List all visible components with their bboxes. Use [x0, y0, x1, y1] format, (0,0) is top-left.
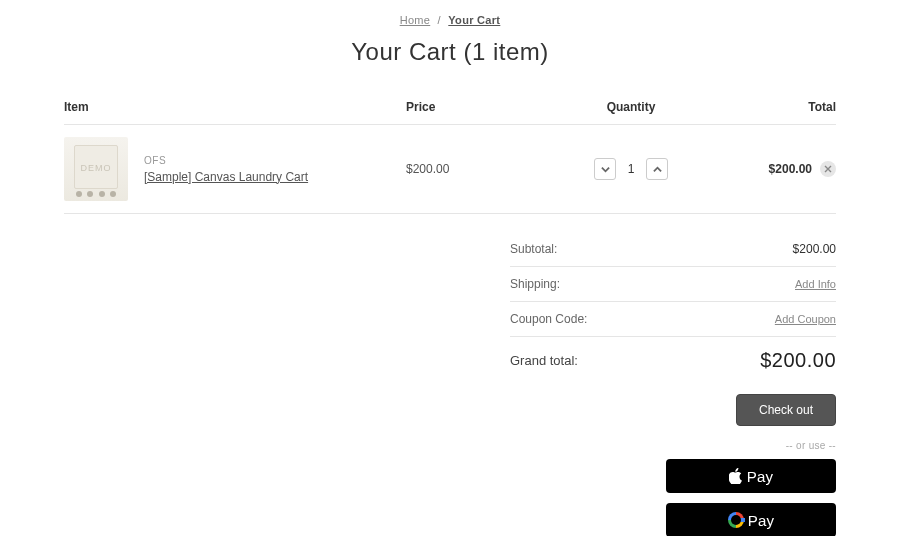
col-header-total: Total: [716, 92, 836, 125]
chevron-up-icon: [653, 165, 662, 174]
qty-decrease-button[interactable]: [594, 158, 616, 180]
apple-pay-button[interactable]: Pay: [666, 459, 836, 493]
qty-increase-button[interactable]: [646, 158, 668, 180]
or-use-divider: -- or use --: [510, 440, 836, 451]
close-icon: [824, 165, 832, 173]
summary-subtotal-row: Subtotal: $200.00: [510, 232, 836, 267]
breadcrumb-separator: /: [438, 14, 441, 26]
apple-logo-icon: [729, 468, 743, 484]
coupon-add-link[interactable]: Add Coupon: [775, 313, 836, 325]
product-thumbnail[interactable]: [64, 137, 128, 201]
row-total: $200.00: [769, 162, 812, 176]
subtotal-label: Subtotal:: [510, 242, 557, 256]
quantity-stepper: 1: [594, 158, 668, 180]
remove-item-button[interactable]: [820, 161, 836, 177]
summary-coupon-row: Coupon Code: Add Coupon: [510, 302, 836, 337]
coupon-label: Coupon Code:: [510, 312, 587, 326]
grandtotal-value: $200.00: [760, 349, 836, 372]
product-name-link[interactable]: [Sample] Canvas Laundry Cart: [144, 170, 308, 184]
grandtotal-label: Grand total:: [510, 353, 578, 368]
col-header-item: Item: [64, 92, 406, 125]
col-header-quantity: Quantity: [546, 92, 716, 125]
product-brand: OFS: [144, 155, 308, 166]
google-logo-icon: [728, 512, 744, 528]
apple-pay-label: Pay: [747, 468, 774, 485]
subtotal-value: $200.00: [793, 242, 836, 256]
google-pay-label: Pay: [748, 512, 775, 529]
breadcrumb: Home / Your Cart: [64, 14, 836, 26]
google-pay-button[interactable]: Pay: [666, 503, 836, 536]
page-title: Your Cart (1 item): [64, 38, 836, 66]
chevron-down-icon: [601, 165, 610, 174]
order-summary: Subtotal: $200.00 Shipping: Add Info Cou…: [510, 232, 836, 536]
product-price: $200.00: [406, 125, 546, 214]
col-header-price: Price: [406, 92, 546, 125]
breadcrumb-current: Your Cart: [448, 14, 500, 26]
cart-table: Item Price Quantity Total OFS [Sample] C…: [64, 92, 836, 214]
shipping-add-info-link[interactable]: Add Info: [795, 278, 836, 290]
summary-shipping-row: Shipping: Add Info: [510, 267, 836, 302]
qty-value: 1: [622, 162, 640, 176]
cart-row: OFS [Sample] Canvas Laundry Cart $200.00…: [64, 125, 836, 214]
summary-grandtotal-row: Grand total: $200.00: [510, 337, 836, 382]
breadcrumb-home[interactable]: Home: [400, 14, 431, 26]
shipping-label: Shipping:: [510, 277, 560, 291]
checkout-button[interactable]: Check out: [736, 394, 836, 426]
